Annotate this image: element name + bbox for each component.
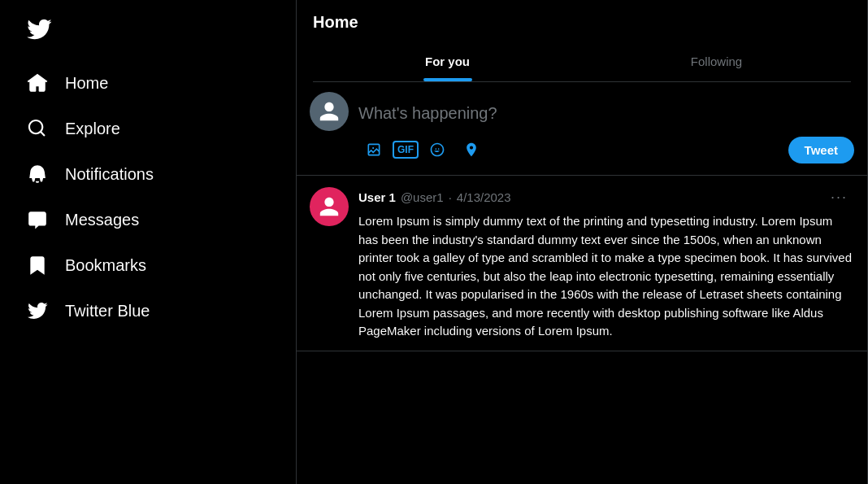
sidebar: Home Explore Notifications Messages Book… xyxy=(0,0,297,484)
compose-input-area: What's happening? GIF xyxy=(358,92,854,165)
messages-icon xyxy=(26,208,49,231)
sidebar-item-twitter-blue[interactable]: Twitter Blue xyxy=(13,290,283,332)
main-content: Home For you Following What's happening? xyxy=(297,0,868,484)
home-icon xyxy=(26,72,49,94)
tweet-content: User 1 @user1 · 4/13/2023 ··· Lorem Ipsu… xyxy=(358,185,854,341)
twitter-logo-icon xyxy=(26,16,52,42)
twitter-logo[interactable] xyxy=(13,7,283,55)
tweet-author-avatar xyxy=(310,187,349,226)
location-icon xyxy=(463,142,480,158)
tweet-date: 4/13/2023 xyxy=(457,190,511,204)
add-image-button[interactable] xyxy=(358,134,389,165)
sidebar-item-bookmarks-label: Bookmarks xyxy=(65,255,146,275)
add-location-button[interactable] xyxy=(456,134,487,165)
add-gif-button[interactable]: GIF xyxy=(393,141,419,159)
add-emoji-button[interactable] xyxy=(422,134,453,165)
sidebar-item-bookmarks[interactable]: Bookmarks xyxy=(13,244,283,286)
person-icon xyxy=(318,195,341,218)
tab-for-you[interactable]: For you xyxy=(313,41,582,81)
compose-tweet-area: What's happening? GIF xyxy=(297,82,867,176)
emoji-icon xyxy=(429,142,445,158)
feed-tabs: For you Following xyxy=(313,41,851,82)
current-user-avatar xyxy=(310,92,349,131)
page-title: Home xyxy=(313,13,851,32)
main-header: Home For you Following xyxy=(297,0,867,82)
sidebar-item-messages[interactable]: Messages xyxy=(13,198,283,241)
sidebar-item-home[interactable]: Home xyxy=(13,62,283,104)
sidebar-item-explore[interactable]: Explore xyxy=(13,107,283,150)
tweet-username: User 1 xyxy=(358,190,396,204)
compose-action-bar: GIF Tweet xyxy=(358,131,854,165)
person-icon xyxy=(318,100,341,123)
tweet-handle: @user1 xyxy=(401,190,444,204)
sidebar-item-twitter-blue-label: Twitter Blue xyxy=(65,301,150,320)
sidebar-item-messages-label: Messages xyxy=(65,210,139,229)
notifications-icon xyxy=(26,163,49,185)
tweet-body: Lorem Ipsum is simply dummy text of the … xyxy=(358,212,854,341)
tweet-header: User 1 @user1 · 4/13/2023 ··· xyxy=(358,185,854,209)
tweet-post: User 1 @user1 · 4/13/2023 ··· Lorem Ipsu… xyxy=(297,176,867,351)
sidebar-item-notifications[interactable]: Notifications xyxy=(13,153,283,195)
twitter-blue-icon xyxy=(26,299,49,322)
explore-icon xyxy=(26,117,49,140)
bookmarks-icon xyxy=(26,254,49,277)
sidebar-item-explore-label: Explore xyxy=(65,119,120,138)
sidebar-item-home-label: Home xyxy=(65,73,108,93)
sidebar-item-notifications-label: Notifications xyxy=(65,164,154,184)
image-icon xyxy=(366,142,382,158)
tweet-submit-button[interactable]: Tweet xyxy=(788,137,854,164)
compose-placeholder[interactable]: What's happening? xyxy=(358,92,854,131)
tweet-separator: · xyxy=(449,190,452,204)
tab-following[interactable]: Following xyxy=(582,41,851,81)
tweet-more-options-button[interactable]: ··· xyxy=(824,185,854,209)
